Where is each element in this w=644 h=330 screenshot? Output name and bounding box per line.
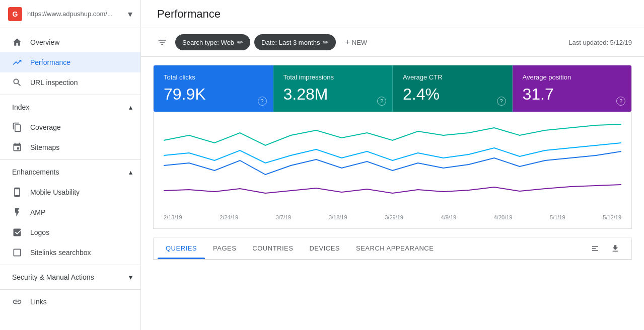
x-label-3: 3/18/19 (329, 214, 347, 220)
tab-queries-label: QUERIES (166, 244, 197, 252)
enhancements-children: Mobile Usability AMP Logos Sitelinks sea… (0, 182, 140, 263)
sidebar-item-amp[interactable]: AMP (0, 202, 140, 222)
sidebar: G https://www.adpushup.com/... ▾ Overvie… (0, 0, 141, 330)
impressions-value: 3.28M (283, 85, 383, 104)
stat-card-position[interactable]: Average position 31.7 ? (513, 65, 632, 112)
sidebar-section-index[interactable]: Index ▴ (0, 97, 140, 117)
sidebar-section-enhancements[interactable]: Enhancements ▴ (0, 162, 140, 182)
clicks-label: Total clicks (164, 73, 263, 81)
date-label: Date: Last 3 months (261, 39, 320, 46)
sidebar-sitelinks-label: Sitelinks searchbox (30, 249, 91, 257)
trending-up-icon (12, 57, 22, 67)
sidebar-sitemaps-label: Sitemaps (30, 143, 59, 151)
index-section-label: Index (12, 103, 29, 111)
main-content: Performance Search type: Web ✏ Date: Las… (141, 0, 644, 330)
new-label: NEW (352, 39, 367, 46)
tab-countries[interactable]: COUNTRIES (244, 237, 301, 259)
tab-pages[interactable]: PAGES (205, 237, 244, 259)
sidebar-url: https://www.adpushup.com/... (27, 10, 128, 18)
chart-container: 2/13/19 2/24/19 3/7/19 3/18/19 3/29/19 4… (153, 112, 632, 229)
index-children: Coverage Sitemaps (0, 117, 140, 157)
filter-rows-button[interactable] (587, 240, 603, 257)
tab-devices[interactable]: DEVICES (301, 237, 348, 259)
green-line (164, 124, 621, 145)
tab-queries[interactable]: QUERIES (158, 237, 205, 259)
sidebar-item-logos[interactable]: Logos (0, 222, 140, 242)
stat-card-impressions[interactable]: Total impressions 3.28M ? (273, 65, 393, 112)
mobile-icon (12, 187, 22, 197)
tab-search-appearance[interactable]: SEARCH APPEARANCE (348, 237, 442, 259)
impressions-label: Total impressions (283, 73, 383, 81)
enhancements-section-label: Enhancements (12, 168, 59, 176)
sidebar-overview-label: Overview (30, 38, 59, 46)
tab-countries-label: COUNTRIES (252, 244, 293, 252)
x-axis: 2/13/19 2/24/19 3/7/19 3/18/19 3/29/19 4… (164, 212, 621, 224)
sidebar-navigation: Overview Performance URL inspection Inde… (0, 28, 140, 316)
sidebar-url-inspection-label: URL inspection (30, 78, 78, 87)
sidebar-item-sitemaps[interactable]: Sitemaps (0, 137, 140, 157)
download-button[interactable] (607, 240, 623, 257)
sidebar-amp-label: AMP (30, 208, 45, 216)
date-edit-icon: ✏ (323, 38, 329, 46)
sidebar-divider-3 (0, 265, 140, 265)
position-help-icon[interactable]: ? (616, 97, 625, 106)
sidebar-item-links[interactable]: Links (0, 292, 140, 312)
purple-line (164, 185, 621, 193)
clicks-value: 79.9K (164, 85, 263, 104)
last-updated: Last updated: 5/12/19 (568, 39, 632, 46)
coverage-icon (12, 122, 22, 132)
tab-pages-label: PAGES (213, 244, 236, 252)
clicks-help-icon[interactable]: ? (258, 97, 267, 106)
search-type-label: Search type: Web (182, 39, 234, 46)
logos-icon (12, 227, 22, 237)
page-title: Performance (153, 8, 221, 21)
sidebar-item-url-inspection[interactable]: URL inspection (0, 72, 140, 93)
x-label-1: 2/24/19 (220, 214, 238, 220)
sidebar-divider-1 (0, 95, 140, 95)
search-type-chip[interactable]: Search type: Web ✏ (175, 34, 250, 50)
search-icon (12, 77, 22, 88)
sidebar-coverage-label: Coverage (30, 123, 61, 131)
stat-card-ctr[interactable]: Average CTR 2.4% ? (393, 65, 513, 112)
sidebar-dropdown-icon[interactable]: ▾ (128, 9, 132, 20)
blue-line (164, 151, 621, 175)
tab-devices-label: DEVICES (309, 244, 340, 252)
x-label-5: 4/9/19 (441, 214, 457, 220)
bolt-icon (12, 207, 22, 217)
stats-row: Total clicks 79.9K ? Total impressions 3… (153, 65, 632, 112)
tab-search-appearance-label: SEARCH APPEARANCE (356, 244, 434, 252)
sidebar-item-mobile-usability[interactable]: Mobile Usability (0, 182, 140, 202)
plus-icon: + (345, 38, 349, 47)
x-label-2: 3/7/19 (276, 214, 292, 220)
stat-card-clicks[interactable]: Total clicks 79.9K ? (154, 65, 273, 112)
top-bar: Performance (141, 0, 644, 28)
sidebar-divider-2 (0, 159, 140, 160)
x-label-8: 5/12/19 (603, 214, 621, 220)
tab-actions (587, 237, 627, 259)
tabs-bar: QUERIES PAGES COUNTRIES DEVICES SEARCH A… (154, 237, 631, 260)
impressions-help-icon[interactable]: ? (377, 97, 386, 106)
filter-icon-button[interactable] (153, 33, 171, 51)
sidebar-mobile-label: Mobile Usability (30, 188, 80, 196)
performance-chart (164, 120, 621, 211)
ctr-help-icon[interactable]: ? (497, 97, 506, 106)
sidebar-item-coverage[interactable]: Coverage (0, 117, 140, 137)
home-icon (12, 37, 22, 47)
sidebar-item-sitelinks-searchbox[interactable]: Sitelinks searchbox (0, 242, 140, 263)
search-type-edit-icon: ✏ (237, 38, 243, 46)
enhancements-chevron-icon: ▴ (129, 168, 132, 176)
sidebar-item-overview[interactable]: Overview (0, 32, 140, 52)
x-label-4: 3/29/19 (385, 214, 403, 220)
position-value: 31.7 (523, 85, 622, 104)
logo-icon: G (8, 7, 22, 21)
sidebar-section-security[interactable]: Security & Manual Actions ▾ (0, 267, 140, 287)
sidebar-performance-label: Performance (30, 58, 70, 66)
security-section-label: Security & Manual Actions (12, 273, 94, 281)
new-button[interactable]: + NEW (340, 35, 372, 50)
ctr-value: 2.4% (403, 85, 502, 104)
sidebar-item-performance[interactable]: Performance (0, 52, 140, 72)
date-chip[interactable]: Date: Last 3 months ✏ (254, 34, 336, 50)
sidebar-divider-4 (0, 289, 140, 290)
tabs-section: QUERIES PAGES COUNTRIES DEVICES SEARCH A… (153, 237, 632, 260)
position-label: Average position (523, 73, 622, 81)
